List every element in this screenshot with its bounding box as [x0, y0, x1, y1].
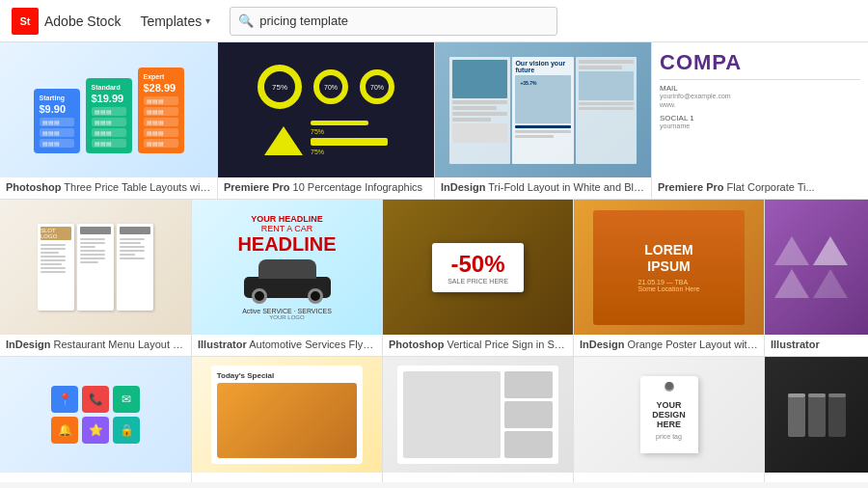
grid-item-10[interactable]: 📍 📞 ✉ 🔔 ⭐ 🔒 [0, 357, 191, 482]
grid-item-label-11 [192, 473, 382, 482]
grid-item-label-5: InDesign Restaurant Menu Layout with Woo… [0, 335, 191, 356]
grid-item-11[interactable]: Today's Special [191, 357, 382, 482]
grid-item-8[interactable]: LOREMIPSUM 21.05.19 — TBASome Location H… [573, 200, 764, 356]
grid-item-1[interactable]: Starting $9.90 ▤▤▤ ▤▤▤ ▤▤▤ Standard $19.… [0, 42, 217, 199]
adobe-logo-icon: St [12, 8, 39, 35]
header: St Adobe Stock Templates ▾ 🔍 [0, 0, 868, 42]
grid-item-9[interactable]: Illustrator [764, 200, 868, 356]
grid-item-label-4: Premiere Pro Flat Corporate Ti... [652, 177, 868, 199]
grid-item-13[interactable]: YOURDESIGNHERE price tag [573, 357, 764, 482]
corporate-title: COMPA [660, 50, 860, 75]
grid-row-2: SLOT LOGO InDesign Re [0, 199, 868, 356]
grid-item-label-9: Illustrator [765, 335, 868, 356]
grid-item-label-10 [0, 473, 191, 482]
image-grid: Starting $9.90 ▤▤▤ ▤▤▤ ▤▤▤ Standard $19.… [0, 42, 868, 482]
grid-item-label-1: Photoshop Three Price Table Layouts with… [0, 177, 217, 199]
brand-name: Adobe Stock [44, 14, 121, 29]
search-icon: 🔍 [238, 14, 254, 28]
grid-item-3[interactable]: Our vision your future +35.7% [434, 42, 651, 199]
grid-item-2[interactable]: 75% 70% 70% [217, 42, 434, 199]
grid-row-3: 📍 📞 ✉ 🔔 ⭐ 🔒 Today's Special [0, 356, 868, 482]
grid-item-label-13 [574, 473, 764, 482]
grid-item-label-14 [765, 473, 868, 482]
grid-item-label-6: Illustrator Automotive Services Flyer La… [192, 335, 382, 356]
adobe-logo: St Adobe Stock [12, 8, 121, 35]
content-area: Starting $9.90 ▤▤▤ ▤▤▤ ▤▤▤ Standard $19.… [0, 42, 868, 482]
search-bar[interactable]: 🔍 [230, 7, 557, 36]
templates-label: Templates [140, 14, 202, 29]
grid-item-label-8: InDesign Orange Poster Layout with Coffe… [574, 335, 764, 356]
grid-item-label-7: Photoshop Vertical Price Sign in Store M… [383, 335, 573, 356]
chevron-down-icon: ▾ [205, 15, 210, 26]
grid-item-14[interactable] [764, 357, 868, 482]
grid-row-1: Starting $9.90 ▤▤▤ ▤▤▤ ▤▤▤ Standard $19.… [0, 42, 868, 199]
grid-item-6[interactable]: YOUR HEADLINE RENT A CAR HEADLINE Active… [191, 200, 382, 356]
search-input[interactable] [259, 14, 549, 28]
grid-item-label-3: InDesign Tri-Fold Layout in White and Bl… [435, 177, 651, 199]
grid-item-7[interactable]: -50% SALE PRICE HERE Photoshop Vertical … [382, 200, 573, 356]
grid-item-label-12 [383, 473, 573, 482]
grid-item-5[interactable]: SLOT LOGO InDesign Re [0, 200, 191, 356]
templates-dropdown-button[interactable]: Templates ▾ [132, 10, 218, 33]
grid-item-label-2: Premiere Pro 10 Percentage Infographics [218, 177, 434, 199]
grid-item-12[interactable] [382, 357, 573, 482]
grid-item-4[interactable]: COMPA MAIL yourinfo@example.com www. SOC… [651, 42, 868, 199]
